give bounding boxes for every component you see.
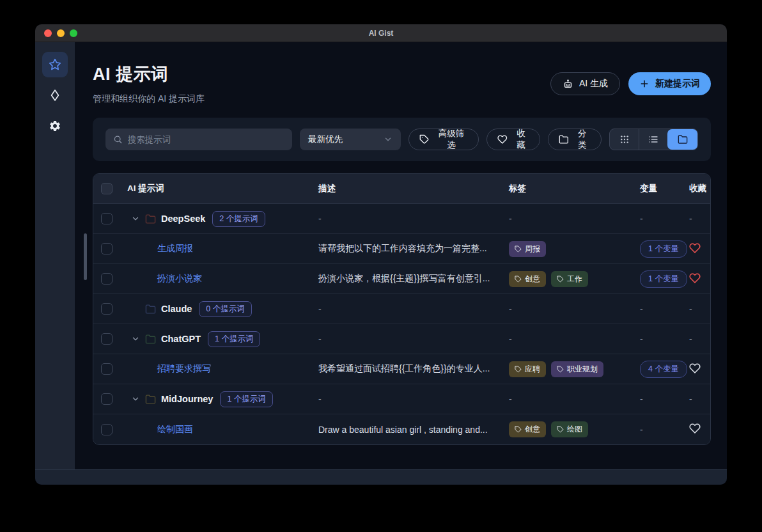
tag-pill[interactable]: 应聘: [509, 361, 546, 377]
tags-cell: 创意工作: [509, 271, 640, 287]
folder-icon: [559, 134, 569, 145]
favorite-heart-icon[interactable]: [689, 272, 701, 284]
search-icon: [113, 134, 123, 145]
tag-icon: [557, 276, 564, 283]
folder-row[interactable]: Claude 0 个提示词 ----: [93, 294, 710, 324]
zoom-window-button[interactable]: [70, 29, 77, 37]
tag-pill[interactable]: 创意: [509, 421, 546, 437]
table-body: DeepSeek 2 个提示词 ---- 生成周报 请帮我把以下的工作内容填充为…: [93, 204, 710, 444]
folder-row[interactable]: MidJourney 1 个提示词 ----: [93, 384, 710, 414]
prompt-row[interactable]: 招聘要求撰写 我希望通过面试招聘{{工作角色}}的专业人...应聘职业规划4 个…: [93, 354, 710, 384]
tag-pill[interactable]: 职业规划: [551, 361, 603, 377]
minimize-window-button[interactable]: [57, 29, 65, 37]
vars-cell: 1 个变量: [640, 240, 689, 258]
desc-cell: -: [318, 304, 509, 314]
tags-cell: -: [509, 304, 640, 314]
star-icon: [49, 58, 61, 71]
filter-toolbar: 最新优先 高级筛选 收藏: [93, 118, 711, 161]
desc-cell: -: [318, 394, 509, 404]
favorite-heart-icon[interactable]: [689, 242, 701, 254]
heart-icon: [497, 134, 508, 145]
favorite-heart-icon[interactable]: [689, 423, 701, 434]
chevron-down-icon[interactable]: [131, 334, 140, 343]
select-all-checkbox[interactable]: [101, 183, 113, 194]
tag-pill[interactable]: 绘图: [551, 421, 588, 437]
ai-generate-button[interactable]: AI 生成: [550, 72, 620, 95]
tag-pill[interactable]: 工作: [551, 271, 588, 287]
tag-pill[interactable]: 周报: [509, 241, 546, 257]
variable-count-badge: 4 个变量: [640, 361, 687, 378]
advanced-filter-label: 高级筛选: [435, 128, 469, 151]
row-checkbox[interactable]: [101, 303, 113, 315]
fav-cell: [689, 423, 710, 436]
folder-name-cell: MidJourney 1 个提示词: [127, 391, 318, 407]
folder-name: ChatGPT: [161, 334, 201, 344]
column-header-fav: 收藏: [689, 183, 710, 194]
fav-cell: -: [689, 304, 710, 314]
prompt-name-link[interactable]: 绘制国画: [127, 424, 193, 434]
search-box: [105, 129, 292, 150]
prompt-row[interactable]: 生成周报 请帮我把以下的工作内容填充为一篇完整...周报1 个变量: [93, 234, 710, 264]
main-content: AI 提示词 管理和组织你的 AI 提示词库 AI 生成 新建提示: [75, 42, 727, 469]
vars-cell: 4 个变量: [640, 361, 689, 378]
vertical-scrollbar-thumb[interactable]: [84, 233, 87, 280]
ai-generate-label: AI 生成: [579, 78, 608, 90]
folder-name: MidJourney: [161, 394, 213, 404]
sidebar-item-gems[interactable]: [42, 82, 68, 108]
column-header-tags: 标签: [509, 183, 640, 194]
tag-pill[interactable]: 创意: [509, 271, 546, 287]
chevron-down-icon[interactable]: [131, 214, 140, 223]
tag-icon: [557, 366, 564, 373]
sidebar: [35, 42, 75, 469]
prompt-count-badge: 1 个提示词: [208, 331, 260, 347]
new-prompt-label: 新建提示词: [655, 78, 700, 90]
folder-row[interactable]: ChatGPT 1 个提示词 ----: [93, 324, 710, 354]
close-window-button[interactable]: [44, 29, 52, 37]
tag-icon: [515, 246, 522, 253]
status-bar: [35, 469, 727, 485]
folder-row[interactable]: DeepSeek 2 个提示词 ----: [93, 204, 710, 234]
desc-cell: 请帮我把以下的工作内容填充为一篇完整...: [318, 243, 509, 254]
tag-icon: [419, 134, 430, 145]
prompt-row[interactable]: 扮演小说家 扮演小说家，根据{{主题}}撰写富有创意引...创意工作1 个变量: [93, 264, 710, 294]
prompt-name-link[interactable]: 生成周报: [127, 243, 193, 253]
tags-cell: 周报: [509, 241, 640, 257]
favorites-filter-label: 收藏: [513, 128, 529, 151]
grid-view-button[interactable]: [610, 129, 639, 150]
new-prompt-button[interactable]: 新建提示词: [628, 72, 711, 95]
advanced-filter-button[interactable]: 高级筛选: [408, 129, 479, 150]
row-checkbox[interactable]: [101, 243, 113, 254]
fav-cell: -: [689, 394, 710, 404]
favorites-filter-button[interactable]: 收藏: [486, 129, 540, 150]
vars-cell: -: [640, 425, 689, 435]
sidebar-item-settings[interactable]: [42, 113, 68, 139]
variable-count-badge: 1 个变量: [640, 240, 687, 258]
fav-cell: [689, 242, 710, 256]
favorite-heart-icon[interactable]: [689, 363, 701, 374]
chevron-down-icon: [384, 135, 393, 144]
row-checkbox[interactable]: [101, 424, 113, 435]
sidebar-item-prompts[interactable]: [42, 52, 68, 77]
search-input[interactable]: [128, 135, 284, 145]
prompt-row[interactable]: 绘制国画 Draw a beautiful asian girl , stand…: [93, 414, 710, 444]
prompt-count-badge: 2 个提示词: [212, 211, 265, 227]
row-checkbox[interactable]: [101, 333, 113, 345]
folder-view-button[interactable]: [667, 129, 697, 150]
category-filter-button[interactable]: 分类: [548, 129, 602, 150]
prompt-name-cell: 生成周报: [127, 243, 318, 254]
row-checkbox[interactable]: [101, 363, 113, 375]
prompt-name-link[interactable]: 招聘要求撰写: [127, 363, 211, 373]
fav-cell: [689, 272, 710, 286]
table-header: AI 提示词 描述 标签 变量 收藏: [93, 174, 710, 204]
fav-cell: [689, 363, 710, 376]
tags-cell: -: [509, 334, 640, 344]
prompt-name-link[interactable]: 扮演小说家: [127, 273, 202, 283]
row-checkbox[interactable]: [101, 213, 113, 224]
traffic-lights: [44, 29, 77, 37]
sort-select[interactable]: 最新优先: [300, 129, 401, 150]
chevron-down-icon[interactable]: [131, 395, 140, 403]
row-checkbox[interactable]: [101, 393, 113, 405]
row-checkbox[interactable]: [101, 273, 113, 285]
folder-icon: [145, 304, 156, 315]
list-view-button[interactable]: [639, 129, 667, 150]
